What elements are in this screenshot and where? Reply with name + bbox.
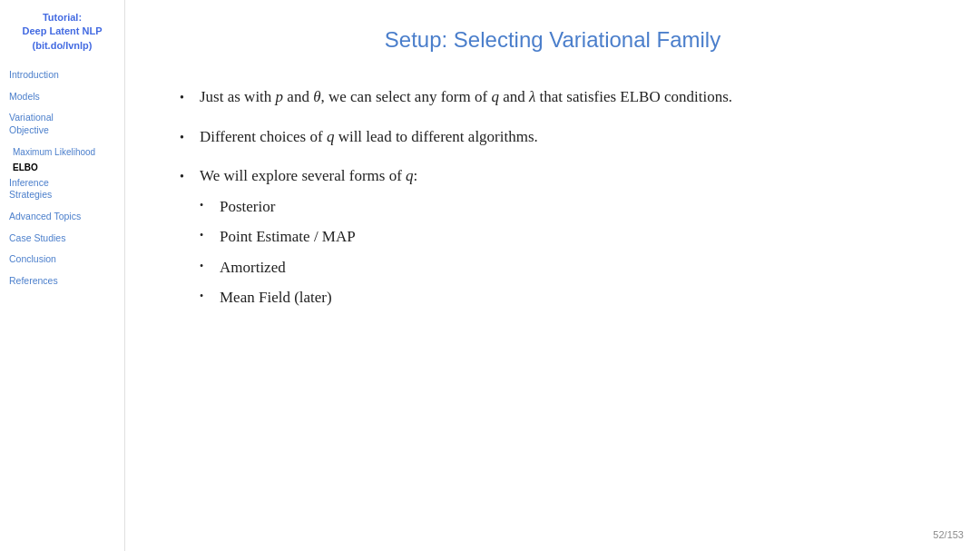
sub-bullet-dot-1: •	[200, 197, 220, 213]
sub-bullet-amortized: • Amortized	[200, 256, 417, 280]
sidebar-item-elbo[interactable]: ELBO	[13, 162, 115, 173]
bullet-text-3: We will explore several forms of q: • Po…	[200, 164, 417, 317]
sidebar-item-introduction[interactable]: Introduction	[9, 69, 115, 82]
sidebar-item-case-studies[interactable]: Case Studies	[9, 232, 115, 245]
bullet-list: • Just as with p and θ, we can select an…	[180, 85, 926, 317]
sidebar-item-inference-strategies[interactable]: InferenceStrategies	[9, 177, 115, 202]
sub-bullet-text-posterior: Posterior	[220, 195, 275, 219]
bullet-dot-1: •	[180, 88, 200, 107]
main-content: Setup: Selecting Variational Family • Ju…	[125, 0, 980, 551]
sub-bullet-dot-4: •	[200, 288, 220, 304]
bullet-item-2: • Different choices of q will lead to di…	[180, 125, 926, 149]
sub-bullet-dot-2: •	[200, 227, 220, 243]
sub-bullet-text-point-estimate: Point Estimate / MAP	[220, 225, 356, 249]
sub-bullet-mean-field: • Mean Field (later)	[200, 286, 417, 310]
bullet-text-1: Just as with p and θ, we can select any …	[200, 85, 732, 109]
bullet-text-2: Different choices of q will lead to diff…	[200, 125, 538, 149]
sidebar-item-maximum-likelihood[interactable]: Maximum Likelihood	[13, 146, 115, 158]
sidebar-item-advanced-topics[interactable]: Advanced Topics	[9, 211, 115, 223]
sub-bullet-point-estimate: • Point Estimate / MAP	[200, 225, 417, 249]
sub-bullet-text-amortized: Amortized	[220, 256, 286, 280]
bullet-dot-3: •	[180, 167, 200, 186]
page-number: 52/153	[933, 529, 964, 540]
sub-bullet-list: • Posterior • Point Estimate / MAP • Amo…	[200, 195, 417, 310]
sidebar: Tutorial:Deep Latent NLP(bit.do/lvnlp) I…	[0, 0, 125, 551]
sidebar-item-references[interactable]: References	[9, 275, 115, 288]
bullet-item-3: • We will explore several forms of q: • …	[180, 164, 926, 317]
sub-bullet-text-mean-field: Mean Field (later)	[220, 286, 332, 310]
slide-title: Setup: Selecting Variational Family	[180, 27, 926, 53]
sub-bullet-dot-3: •	[200, 258, 220, 274]
sidebar-item-variational-objective[interactable]: VariationalObjective	[9, 112, 115, 136]
bullet-item-1: • Just as with p and θ, we can select an…	[180, 85, 926, 109]
content-area: • Just as with p and θ, we can select an…	[180, 85, 926, 533]
bullet-dot-2: •	[180, 128, 200, 147]
sidebar-title: Tutorial:Deep Latent NLP(bit.do/lvnlp)	[9, 11, 115, 53]
sidebar-item-models[interactable]: Models	[9, 91, 115, 103]
sidebar-item-conclusion[interactable]: Conclusion	[9, 253, 115, 266]
sub-bullet-posterior: • Posterior	[200, 195, 417, 219]
